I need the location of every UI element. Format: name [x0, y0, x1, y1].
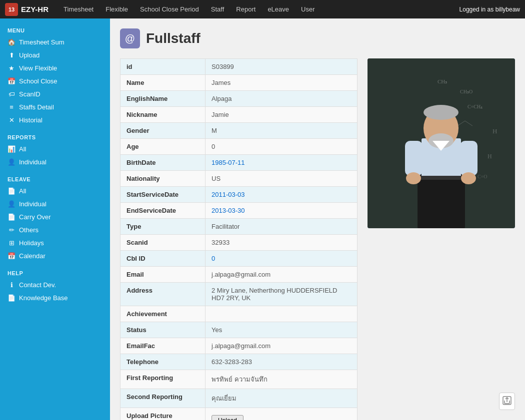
svg-rect-22: [460, 141, 478, 176]
sidebar-item-eleave-individual[interactable]: 👤 Individual: [0, 197, 110, 210]
detail-table: id S03899 Name James EnglishName Alpaga …: [120, 58, 358, 420]
table-row-first-reporting: First Reporting พรทิพย์ ความจันทึก: [120, 370, 358, 389]
field-value-scanid: 32933: [206, 235, 358, 251]
share-icon-button[interactable]: [499, 393, 515, 410]
svg-text:CH₃: CH₃: [438, 78, 447, 84]
sidebar-item-staffs-detail[interactable]: ≡ Staffs Detail: [0, 100, 110, 113]
sidebar-label-timesheet-sum: Timesheet Sum: [19, 38, 64, 46]
sidebar-label-historial: Historial: [19, 116, 42, 124]
field-label-second-reporting: Second Reporting: [120, 389, 206, 408]
field-value-first-reporting: พรทิพย์ ความจันทึก: [206, 370, 358, 389]
list-icon: ≡: [8, 103, 16, 111]
nav-school-close-period[interactable]: School Close Period: [135, 0, 204, 18]
sidebar: MENU 🏠 Timesheet Sum ⬆ Upload ★ View Fle…: [0, 18, 110, 420]
sidebar-item-timesheet-sum[interactable]: 🏠 Timesheet Sum: [0, 35, 110, 48]
field-value-gender: M: [206, 123, 358, 139]
photo-area: CH₃ CH₃O C=CH₄ C H C H C=O CH₂: [368, 58, 515, 420]
table-row-start-service: StartServiceDate 2011-03-03: [120, 187, 358, 203]
sidebar-label-staffs-detail: Staffs Detail: [19, 103, 54, 111]
pencil-icon: ✏: [8, 226, 16, 234]
field-value-address: 2 Miry Lane, Netherthong HUDDERSFIELD HD…: [206, 283, 358, 306]
sidebar-item-view-flexible[interactable]: ★ View Flexible: [0, 61, 110, 74]
table-row-type: Type Facilitator: [120, 219, 358, 235]
field-label-email: Email: [120, 267, 206, 283]
field-value-birthdate: 1985-07-11: [206, 155, 358, 171]
table-row-scanid: Scanid 32933: [120, 235, 358, 251]
field-label-cbl-id: CbI ID: [120, 251, 206, 267]
staff-photo: CH₃ CH₃O C=CH₄ C H C H C=O CH₂: [368, 58, 515, 228]
field-label-achievement: Achievement: [120, 306, 206, 322]
field-value-cbl-id: 0: [206, 251, 358, 267]
sidebar-label-reports-all: All: [19, 145, 26, 153]
sidebar-item-school-close[interactable]: 📅 School Close: [0, 74, 110, 87]
field-label-nickname: Nickname: [120, 107, 206, 123]
sidebar-item-historial[interactable]: ✕ Historial: [0, 113, 110, 126]
topnav: 13 EZY-HR Timesheet Flexible School Clos…: [0, 0, 525, 18]
table-row-id: id S03899: [120, 59, 358, 75]
sidebar-item-scanid[interactable]: 🏷 ScanID: [0, 87, 110, 100]
sidebar-item-carry-over[interactable]: 📄 Carry Over: [0, 210, 110, 223]
field-label-telephone: Telephone: [120, 354, 206, 370]
table-row-nationality: Nationality US: [120, 171, 358, 187]
star-icon: ★: [8, 64, 16, 72]
sidebar-item-eleave-all[interactable]: 📄 All: [0, 184, 110, 197]
sidebar-label-others: Others: [19, 226, 38, 234]
book-icon: 📄: [8, 294, 16, 302]
svg-rect-16: [420, 176, 462, 180]
nav-eleave[interactable]: eLeave: [262, 0, 294, 18]
sidebar-item-others[interactable]: ✏ Others: [0, 223, 110, 236]
field-value-upload-picture: Upload: [206, 408, 358, 420]
field-label-english-name: EnglishName: [120, 91, 206, 107]
table-row-second-reporting: Second Reporting คุณเยี่ยม: [120, 389, 358, 408]
field-value-name: James: [206, 75, 358, 91]
nav-user[interactable]: User: [296, 0, 320, 18]
nav-staff[interactable]: Staff: [206, 0, 230, 18]
table-row-email: Email j.alpaga@gmail.com: [120, 267, 358, 283]
upload-picture-button[interactable]: Upload: [212, 415, 244, 420]
sidebar-item-reports-individual[interactable]: 👤 Individual: [0, 155, 110, 168]
field-label-age: Age: [120, 139, 206, 155]
table-row-name: Name James: [120, 75, 358, 91]
svg-point-24: [461, 172, 476, 184]
sidebar-label-school-close: School Close: [19, 77, 58, 85]
field-value-nickname: Jamie: [206, 107, 358, 123]
logo-name: EZY-HR: [21, 5, 48, 13]
svg-text:H: H: [492, 127, 497, 135]
sidebar-item-reports-all[interactable]: 📊 All: [0, 142, 110, 155]
field-label-scanid: Scanid: [120, 235, 206, 251]
field-value-age: 0: [206, 139, 358, 155]
nav-flexible[interactable]: Flexible: [100, 0, 133, 18]
sidebar-item-contact-dev[interactable]: ℹ Contact Dev.: [0, 278, 110, 291]
carry-icon: 📄: [8, 213, 16, 221]
cal-icon: 📅: [8, 252, 16, 260]
menu-section-title: MENU: [0, 23, 110, 35]
table-row-upload-picture: Upload Picture Upload: [120, 408, 358, 420]
sidebar-label-upload: Upload: [19, 51, 40, 59]
sidebar-item-holidays[interactable]: ⊞ Holidays: [0, 236, 110, 249]
field-label-status: Status: [120, 322, 206, 338]
calendar-icon: 📅: [8, 77, 16, 85]
sidebar-item-calendar[interactable]: 📅 Calendar: [0, 249, 110, 262]
sidebar-label-eleave-individual: Individual: [19, 200, 46, 208]
content-area: id S03899 Name James EnglishName Alpaga …: [120, 58, 515, 420]
field-label-type: Type: [120, 219, 206, 235]
top-menu: Timesheet Flexible School Close Period S…: [58, 0, 460, 18]
field-label-id: id: [120, 59, 206, 75]
help-section-title: HELP: [0, 266, 110, 278]
sidebar-label-knowledge-base: Knowledge Base: [19, 294, 68, 302]
sidebar-item-upload[interactable]: ⬆ Upload: [0, 48, 110, 61]
reports-section-title: REPORTS: [0, 130, 110, 142]
sidebar-label-eleave-all: All: [19, 187, 26, 195]
field-label-nationality: Nationality: [120, 171, 206, 187]
sidebar-label-contact-dev: Contact Dev.: [19, 281, 56, 289]
svg-text:H: H: [488, 153, 492, 160]
logged-in-text: Logged in as: [460, 6, 494, 13]
app-logo[interactable]: 13 EZY-HR: [5, 3, 48, 16]
sidebar-item-knowledge-base[interactable]: 📄 Knowledge Base: [0, 291, 110, 304]
field-label-gender: Gender: [120, 123, 206, 139]
sidebar-label-holidays: Holidays: [19, 239, 44, 247]
nav-timesheet[interactable]: Timesheet: [58, 0, 98, 18]
svg-point-23: [406, 172, 421, 184]
nav-report[interactable]: Report: [231, 0, 260, 18]
table-row-status: Status Yes: [120, 322, 358, 338]
